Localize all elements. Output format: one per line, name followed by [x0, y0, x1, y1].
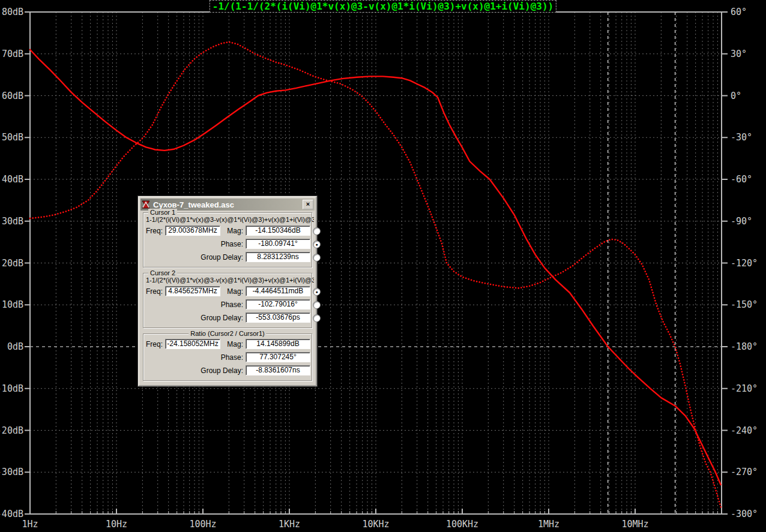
x-tick-label: 1Hz	[22, 519, 38, 530]
ltspice-waveform-window: 80dB70dB60dB50dB40dB30dB20dB10dB0dB-10dB…	[0, 0, 766, 532]
ratio-freq-label: Freq:	[145, 340, 163, 348]
x-tick-label: 100KHz	[446, 519, 478, 530]
cursor2-expression: 1-1/(2*(i(Vi)@1*v(x)@3-v(x)@1*i(Vi)@3)+v…	[146, 276, 314, 285]
ratio-group-label: Ratio (Cursor2 / Cursor1)	[188, 330, 266, 337]
cursor2-freq-label: Freq:	[145, 287, 163, 296]
plot-pane-title[interactable]: -1/(1-1/(2*(i(Vi)@1*v(x)@3-v(x)@1*i(Vi)@…	[210, 0, 556, 13]
magnitude-curve[interactable]	[30, 50, 721, 485]
y-right-tick-label: -150°	[731, 299, 758, 310]
cursor1-group: Cursor 1 1-1/(2*(i(Vi)@1*v(x)@3-v(x)@1*i…	[143, 212, 312, 267]
ratio-phase-label: Phase:	[198, 353, 243, 362]
cursor2-phase-label: Phase:	[198, 300, 243, 309]
y-left-tick-label: 0dB	[7, 341, 23, 352]
cursor2-group-label: Cursor 2	[148, 269, 177, 276]
y-right-tick-label: 30°	[731, 49, 747, 59]
y-right-tick-label: -30°	[731, 132, 752, 143]
cursor1-mag-radio[interactable]	[313, 227, 321, 235]
y-right-tick-label: -240°	[731, 425, 758, 436]
ratio-group-delay-label: Group Delay:	[198, 366, 243, 375]
x-tick-label: 10Hz	[106, 519, 127, 530]
close-icon: ×	[306, 200, 310, 208]
ratio-group-delay-field[interactable]: -8.8361607ns	[246, 365, 310, 375]
cursor2-group-delay-radio[interactable]	[313, 314, 321, 322]
y-right-tick-label: 60°	[731, 7, 747, 17]
x-tick-label: 10KHz	[362, 519, 389, 530]
y-right-tick-label: -120°	[731, 258, 758, 269]
y-right-tick-label: -300°	[731, 509, 758, 519]
cursor1-phase-field[interactable]: -180.09741°	[246, 239, 310, 249]
close-button[interactable]: ×	[303, 200, 313, 209]
y-left-tick-label: -40dB	[0, 509, 23, 519]
y-right-tick-label: -180°	[731, 341, 758, 352]
y-right-tick-label: -210°	[731, 383, 758, 394]
cursor1-mag-field[interactable]: -14.150346dB	[246, 226, 310, 236]
y-left-tick-label: -10dB	[0, 383, 23, 394]
y-right-tick-label: -90°	[731, 216, 752, 227]
y-left-tick-label: -20dB	[0, 425, 23, 436]
cursor2-group-delay-label: Group Delay:	[198, 314, 243, 322]
ltspice-icon	[142, 200, 151, 209]
y-right-tick-label: 0°	[731, 91, 741, 101]
y-left-tick-label: 20dB	[2, 258, 23, 269]
y-left-tick-label: 10dB	[2, 299, 23, 310]
cursor2-mag-radio[interactable]: ●	[313, 288, 321, 296]
x-tick-label: 10MHz	[621, 519, 648, 530]
phase-curve[interactable]	[30, 42, 721, 507]
ratio-phase-field[interactable]: 77.307245°	[246, 352, 310, 362]
cursor-dialog[interactable]: Сухов-7_tweaked.asc × Cursor 1 1-1/(2*(i…	[138, 196, 317, 386]
cursor1-group-delay-label: Group Delay:	[198, 253, 243, 262]
x-tick-label: 1KHz	[279, 519, 300, 530]
y-left-tick-label: 80dB	[2, 7, 23, 17]
y-left-tick-label: 30dB	[2, 216, 23, 227]
cursor2-mag-field[interactable]: -4.4464511mdB	[246, 286, 310, 296]
y-left-tick-label: 60dB	[2, 91, 23, 101]
ratio-group: Ratio (Cursor2 / Cursor1) Freq: -24.1580…	[143, 333, 312, 381]
cursor1-group-delay-field[interactable]: 8.2831239ns	[246, 252, 310, 262]
cursor1-expression: 1-1/(2*(i(Vi)@1*v(x)@3-v(x)@1*i(Vi)@3)+v…	[146, 216, 314, 224]
y-right-tick-label: -60°	[731, 174, 752, 185]
cursor2-group-delay-field[interactable]: -553.03676ps	[246, 312, 310, 323]
cursor1-mag-label: Mag:	[198, 227, 243, 235]
cursor1-group-delay-radio[interactable]	[313, 254, 321, 262]
cursor1-phase-radio[interactable]: ●	[313, 241, 321, 248]
x-tick-label: 1MHz	[538, 519, 559, 530]
y-right-tick-label: -270°	[731, 467, 758, 477]
cursor2-mag-label: Mag:	[198, 287, 243, 296]
cursor2-phase-radio[interactable]	[313, 301, 321, 309]
y-left-tick-label: 50dB	[2, 132, 23, 143]
ratio-mag-field[interactable]: 14.145899dB	[246, 339, 310, 349]
cursor2-phase-field[interactable]: -102.79016°	[246, 299, 310, 309]
bode-plot-canvas[interactable]: 80dB70dB60dB50dB40dB30dB20dB10dB0dB-10dB…	[0, 0, 766, 532]
y-left-tick-label: -30dB	[0, 467, 23, 477]
cursor2-group: Cursor 2 1-1/(2*(i(Vi)@1*v(x)@3-v(x)@1*i…	[143, 273, 312, 328]
x-tick-label: 100Hz	[189, 519, 216, 530]
cursor1-phase-label: Phase:	[198, 240, 243, 248]
dialog-title: Сухов-7_tweaked.asc	[153, 200, 303, 209]
y-left-tick-label: 40dB	[2, 174, 23, 185]
y-left-tick-label: 70dB	[2, 49, 23, 59]
cursor1-freq-label: Freq:	[145, 227, 163, 235]
cursor1-group-label: Cursor 1	[148, 209, 177, 216]
ratio-mag-label: Mag:	[198, 340, 243, 348]
